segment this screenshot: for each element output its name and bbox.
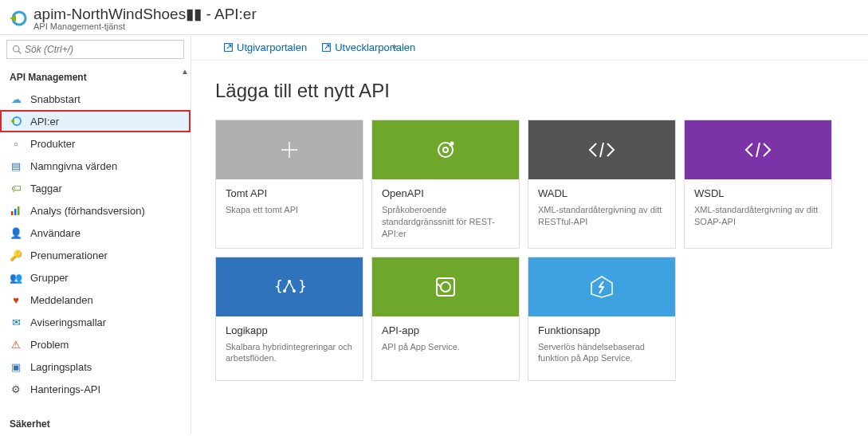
sidebar-item-label: Produkter: [30, 138, 75, 150]
svg-rect-6: [18, 206, 20, 215]
tile-desc: Skalbara hybridintegreringar och arbetsf…: [226, 341, 353, 365]
tile-grid: Tomt API Skapa ett tomt API OpenAPI Språ…: [215, 120, 844, 381]
sidebar-item-label: Snabbstart: [30, 93, 81, 105]
sidebar-item-label: Lagringsplats: [30, 361, 92, 373]
tile-funktionsapp[interactable]: Funktionsapp Serverlös händelsebaserad f…: [528, 257, 676, 381]
code-icon: [528, 120, 675, 179]
tile-wadl[interactable]: WADL XML-standardåtergivning av ditt RES…: [528, 120, 676, 249]
storage-icon: ▣: [10, 360, 22, 373]
sidebar-item-label: API:er: [30, 116, 59, 128]
sidebar-section-api-management: API Management: [0, 64, 190, 88]
tile-title: Logikapp: [226, 324, 353, 336]
tile-desc: Skapa ett tomt API: [226, 204, 353, 216]
tile-openapi[interactable]: OpenAPI Språkoberoende standardgränssnit…: [371, 120, 520, 249]
tag-icon: 🏷: [10, 182, 22, 194]
search-icon: [12, 45, 22, 54]
sidebar-item-lagringsplats[interactable]: ▣ Lagringsplats: [0, 355, 190, 378]
svg-text:{: {: [274, 277, 283, 294]
scroll-up-icon[interactable]: ▲: [181, 67, 189, 76]
cloud-icon: ☁: [10, 92, 22, 105]
tile-desc: Serverlös händelsebaserad funktion på Ap…: [538, 341, 666, 365]
svg-point-25: [441, 282, 450, 292]
toplink-label: Utvecklarportalen: [335, 41, 415, 53]
sidebar-item-snabbstart[interactable]: ☁ Snabbstart: [0, 88, 190, 110]
chart-icon: [10, 204, 22, 217]
sidebar-item-label: Hanterings-API: [30, 383, 100, 395]
tile-title: OpenAPI: [382, 187, 509, 199]
api-icon: [10, 115, 22, 128]
external-link-icon: [223, 42, 234, 53]
sidebar-item-produkter[interactable]: ▫ Produkter: [0, 132, 190, 155]
sidebar-item-problem[interactable]: ⚠ Problem: [0, 333, 190, 355]
sidebar-item-label: Aviseringsmallar: [30, 316, 106, 328]
sidebar-item-label: Meddelanden: [30, 294, 93, 306]
sidebar-item-label: Problem: [30, 339, 69, 351]
content-area: Lägga till ett nytt API Tomt API Skapa e…: [191, 61, 868, 400]
svg-rect-24: [437, 278, 454, 296]
tile-desc: XML-standardåtergivning av ditt RESTful-…: [538, 204, 666, 228]
list-icon: ▤: [10, 159, 22, 172]
plus-icon: [216, 120, 363, 179]
search-input[interactable]: [25, 44, 179, 55]
tile-desc: Språkoberoende standardgränssnitt för RE…: [382, 204, 509, 240]
tile-logikapp[interactable]: {} Logikapp Skalbara hybridintegreringar…: [215, 257, 363, 381]
sidebar-item-anvandare[interactable]: 👤 Användare: [0, 222, 190, 244]
collapse-sidebar-icon[interactable]: «: [392, 41, 398, 53]
sidebar-item-label: Taggar: [30, 183, 62, 194]
tile-tomt-api[interactable]: Tomt API Skapa ett tomt API: [215, 120, 363, 249]
sidebar-item-label: Analys (förhandsversion): [30, 205, 145, 217]
svg-line-22: [285, 281, 289, 291]
page-header-subtitle: API Management-tjänst: [33, 22, 257, 31]
main: « Utgivarportalen Utvecklarportalen Lägg…: [191, 35, 868, 434]
svg-rect-5: [14, 209, 17, 215]
sidebar-item-meddelanden[interactable]: ♥ Meddelanden: [0, 289, 190, 311]
sidebar-item-label: Namngivna värden: [30, 160, 117, 172]
topbar: Utgivarportalen Utvecklarportalen: [191, 35, 868, 61]
box-icon: ▫: [10, 137, 22, 150]
service-logo-icon: [8, 8, 29, 29]
tile-api-app[interactable]: API-app API på App Service.: [371, 257, 520, 381]
svg-text:}: }: [298, 277, 307, 294]
sidebar-item-prenumerationer[interactable]: 🔑 Prenumerationer: [0, 244, 190, 266]
openapi-icon: [372, 120, 519, 179]
sidebar-section-sakerhet: Säkerhet: [0, 410, 190, 434]
group-icon: 👥: [10, 271, 22, 284]
page-title: Lägga till ett nytt API: [215, 80, 844, 102]
tile-wsdl[interactable]: WSDL XML-standardåtergivning av ditt SOA…: [684, 120, 832, 249]
tile-title: WSDL: [694, 187, 822, 199]
svg-line-15: [600, 143, 603, 157]
mail-icon: ✉: [10, 316, 22, 328]
svg-line-23: [289, 281, 294, 291]
sidebar-item-label: Användare: [30, 227, 81, 239]
svg-rect-4: [11, 211, 14, 215]
tile-desc: XML-standardåtergivning av ditt SOAP-API: [694, 204, 822, 228]
sidebar-item-aviseringsmallar[interactable]: ✉ Aviseringsmallar: [0, 311, 190, 333]
sidebar-item-apier[interactable]: API:er: [0, 110, 190, 132]
sidebar-item-namngivna-varden[interactable]: ▤ Namngivna värden: [0, 155, 190, 177]
search-box[interactable]: [6, 40, 184, 59]
sidebar-item-analys[interactable]: Analys (förhandsversion): [0, 199, 190, 222]
function-app-icon: [528, 257, 675, 316]
link-utvecklarportalen[interactable]: Utvecklarportalen: [321, 41, 415, 53]
sidebar-item-grupper[interactable]: 👥 Grupper: [0, 266, 190, 289]
sidebar-item-label: Grupper: [30, 272, 69, 284]
warning-icon: ⚠: [10, 338, 22, 351]
user-icon: 👤: [10, 226, 22, 239]
toplink-label: Utgivarportalen: [237, 41, 307, 53]
link-utgivarportalen[interactable]: Utgivarportalen: [223, 41, 307, 53]
tile-title: Funktionsapp: [538, 324, 666, 336]
code-icon: [685, 120, 831, 179]
sidebar-item-taggar[interactable]: 🏷 Taggar: [0, 177, 190, 199]
logic-app-icon: {}: [216, 257, 363, 316]
gear-icon: ⚙: [10, 383, 22, 395]
svg-line-16: [756, 143, 760, 157]
api-app-icon: [372, 257, 519, 316]
svg-point-1: [14, 46, 20, 53]
external-link-icon: [321, 42, 332, 53]
page-header-title: apim-NorthWindShoes▮▮ - API:er: [33, 5, 257, 23]
tile-title: Tomt API: [226, 187, 353, 199]
sidebar-item-label: Prenumerationer: [30, 249, 108, 261]
header: apim-NorthWindShoes▮▮ - API:er API Manag…: [0, 0, 868, 35]
key-icon: 🔑: [10, 249, 22, 261]
sidebar-item-hanterings-api[interactable]: ⚙ Hanterings-API: [0, 378, 190, 400]
